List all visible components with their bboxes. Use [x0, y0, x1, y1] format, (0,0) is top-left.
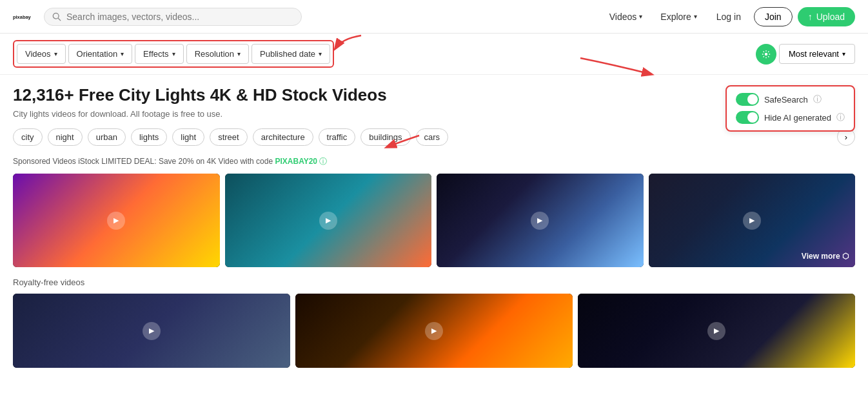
- sponsored-bar: Sponsored Videos iStock LIMITED DEAL: Sa…: [13, 156, 855, 167]
- orientation-chevron: ▾: [121, 50, 124, 57]
- sponsored-info-icon[interactable]: ⓘ: [319, 157, 327, 166]
- sponsored-thumb-0[interactable]: ▶: [13, 174, 220, 267]
- tag-buildings[interactable]: buildings: [360, 128, 410, 146]
- upload-btn[interactable]: ↑ Upload: [798, 7, 855, 26]
- play-icon: ▶: [425, 322, 443, 340]
- search-bar: city lights: [44, 8, 302, 26]
- safesearch-row: SafeSearch ⓘ: [736, 93, 845, 106]
- svg-text:pixabay: pixabay: [13, 14, 32, 19]
- resolution-filter-btn[interactable]: Resolution ▾: [186, 44, 249, 64]
- hide-ai-label: Hide AI generated: [764, 113, 831, 123]
- play-icon: ▶: [107, 212, 125, 230]
- effects-chevron: ▾: [172, 50, 175, 57]
- filter-group-box: Videos ▾ Orientation ▾ Effects ▾ Resolut…: [13, 40, 334, 68]
- sponsored-thumb-1[interactable]: ▶: [225, 174, 432, 267]
- videos-filter-btn[interactable]: Videos ▾: [17, 44, 66, 64]
- sort-chevron: ▾: [842, 50, 845, 57]
- videos-chevron: ▾: [639, 13, 642, 20]
- tag-traffic[interactable]: traffic: [319, 128, 356, 146]
- login-btn[interactable]: Log in: [709, 8, 749, 26]
- videos-nav-btn[interactable]: Videos ▾: [603, 8, 649, 26]
- tag-urban[interactable]: urban: [88, 128, 126, 146]
- safesearch-panel: SafeSearch ⓘ Hide AI generated ⓘ: [725, 85, 855, 132]
- header: pixabay city lights Videos ▾ Explore ▾ L…: [0, 0, 868, 34]
- tag-city[interactable]: city: [13, 128, 43, 146]
- tag-cars[interactable]: cars: [416, 128, 449, 146]
- logo[interactable]: pixabay: [13, 6, 34, 27]
- free-thumb-1[interactable]: ▶: [295, 294, 573, 368]
- play-icon: ▶: [319, 212, 337, 230]
- tag-night[interactable]: night: [48, 128, 83, 146]
- tag-light[interactable]: light: [172, 128, 204, 146]
- header-nav: Videos ▾ Explore ▾ Log in Join ↑ Upload: [603, 7, 855, 26]
- svg-point-2: [53, 13, 59, 19]
- explore-nav-btn[interactable]: Explore ▾: [654, 8, 703, 26]
- filter-bar: Videos ▾ Orientation ▾ Effects ▾ Resolut…: [0, 34, 868, 75]
- search-input[interactable]: city lights: [66, 12, 293, 22]
- published-date-filter-btn[interactable]: Published date ▾: [252, 44, 330, 64]
- play-icon: ▶: [743, 212, 761, 230]
- resolution-chevron: ▾: [237, 50, 241, 57]
- safesearch-info-icon[interactable]: ⓘ: [813, 94, 822, 105]
- sponsored-thumb-2[interactable]: ▶: [437, 174, 644, 267]
- videos-filter-chevron: ▾: [54, 50, 57, 57]
- safesearch-label: SafeSearch: [764, 95, 808, 105]
- sort-btn[interactable]: Most relevant ▾: [779, 44, 855, 64]
- free-video-grid: ▶▶▶: [13, 294, 855, 368]
- effects-filter-btn[interactable]: Effects ▾: [135, 44, 184, 64]
- svg-point-4: [765, 52, 767, 55]
- play-icon: ▶: [531, 212, 549, 230]
- section-label: Royalty-free videos: [13, 277, 855, 287]
- tag-architecture[interactable]: architecture: [253, 128, 313, 146]
- safesearch-toggle[interactable]: [736, 93, 759, 106]
- tag-lights[interactable]: lights: [131, 128, 167, 146]
- published-date-chevron: ▾: [319, 50, 322, 57]
- tag-street[interactable]: street: [210, 128, 248, 146]
- sponsored-video-grid: ▶▶▶▶View more ⬡: [13, 174, 855, 267]
- main-content: SafeSearch ⓘ Hide AI generated ⓘ 12,316+…: [0, 75, 868, 378]
- hide-ai-row: Hide AI generated ⓘ: [736, 111, 845, 124]
- search-icon: [52, 12, 61, 21]
- free-thumb-2[interactable]: ▶: [578, 294, 855, 368]
- explore-chevron: ▾: [694, 13, 697, 20]
- hide-ai-toggle[interactable]: [736, 111, 759, 124]
- svg-line-3: [58, 18, 61, 21]
- view-more-overlay: View more ⬡: [802, 252, 849, 261]
- gear-icon: [762, 50, 771, 59]
- upload-icon: ↑: [808, 12, 813, 22]
- hide-ai-info-icon[interactable]: ⓘ: [836, 112, 845, 123]
- free-thumb-0[interactable]: ▶: [13, 294, 290, 368]
- promo-code-link[interactable]: PIXABAY20: [275, 157, 317, 166]
- settings-icon-btn[interactable]: [756, 44, 776, 65]
- play-icon: ▶: [143, 322, 161, 340]
- orientation-filter-btn[interactable]: Orientation ▾: [68, 44, 133, 64]
- sponsored-thumb-3[interactable]: ▶View more ⬡: [649, 174, 856, 267]
- join-btn[interactable]: Join: [754, 7, 793, 26]
- play-icon: ▶: [707, 322, 725, 340]
